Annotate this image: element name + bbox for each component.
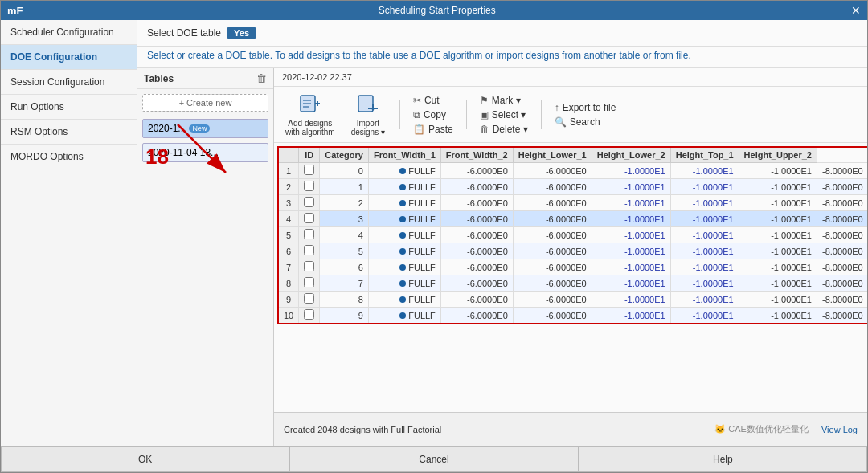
row-checkbox[interactable] xyxy=(299,259,320,275)
cut-copy-paste-group: ✂ Cut ⧉ Copy 📋 Paste xyxy=(410,94,457,136)
hl1-cell: -1.0000E1 xyxy=(592,179,670,195)
add-designs-button[interactable]: Add designswith algorithm xyxy=(280,90,340,139)
hl2-cell: -1.0000E1 xyxy=(670,275,739,292)
row-checkbox[interactable] xyxy=(299,195,320,211)
top-row: Select DOE table Yes xyxy=(137,20,867,47)
sidebar-item-mordo-options[interactable]: MORDO Options xyxy=(1,145,137,169)
cancel-button[interactable]: Cancel xyxy=(289,446,578,472)
bottom-panel: Created 2048 designs with Full Factorial… xyxy=(274,412,867,446)
sidebar-item-run-options[interactable]: Run Options xyxy=(1,95,137,120)
id-cell: 6 xyxy=(320,259,369,275)
date-label: 2020-12-02 22.37 xyxy=(274,68,867,87)
footer-buttons: OK Cancel Help xyxy=(1,446,867,472)
row-num: 1 xyxy=(278,163,299,179)
sidebar-item-rsm-options[interactable]: RSM Options xyxy=(1,120,137,145)
sidebar-item-doe-config[interactable]: DOE Configuration xyxy=(1,45,137,70)
hu2-cell: -8.0000E0 xyxy=(817,227,867,243)
select-icon: ▣ xyxy=(480,109,489,120)
sidebar-item-session-config[interactable]: Session Configuration xyxy=(1,70,137,95)
delete-button[interactable]: 🗑 Delete ▾ xyxy=(477,123,531,136)
fw2-cell: -6.0000E0 xyxy=(513,227,592,243)
ht1-cell: -1.0000E1 xyxy=(739,275,817,292)
close-button[interactable]: ✕ xyxy=(851,4,861,17)
table-row: 1 0 FULLF -6.0000E0 -6.0000E0 -1.0000E1 … xyxy=(278,163,867,179)
search-button[interactable]: 🔍 Search xyxy=(551,116,620,128)
id-cell: 8 xyxy=(320,292,369,308)
help-button[interactable]: Help xyxy=(579,446,867,472)
row-checkbox[interactable] xyxy=(299,243,320,259)
yes-badge[interactable]: Yes xyxy=(227,27,256,39)
data-table: ID Category Front_Width_1 Front_Width_2 … xyxy=(277,146,867,324)
row-checkbox[interactable] xyxy=(299,292,320,308)
hl1-cell: -1.0000E1 xyxy=(592,227,670,243)
hl1-cell: -1.0000E1 xyxy=(592,292,670,308)
view-log-link[interactable]: View Log xyxy=(821,425,858,434)
category-cell: FULLF xyxy=(368,308,440,324)
row-checkbox[interactable] xyxy=(299,308,320,324)
id-cell: 1 xyxy=(320,179,369,195)
fw1-cell: -6.0000E0 xyxy=(440,195,513,211)
category-cell: FULLF xyxy=(368,275,440,292)
fw1-cell: -6.0000E0 xyxy=(440,275,513,292)
id-cell: 9 xyxy=(320,308,369,324)
export-button[interactable]: ↑ Export to file xyxy=(551,101,620,114)
table-row: 8 7 FULLF -6.0000E0 -6.0000E0 -1.0000E1 … xyxy=(278,275,867,292)
fw1-cell: -6.0000E0 xyxy=(440,243,513,259)
col-header-checkbox xyxy=(278,147,299,163)
ok-button[interactable]: OK xyxy=(1,446,289,472)
category-cell: FULLF xyxy=(368,227,440,243)
delete-table-icon[interactable]: 🗑 xyxy=(256,72,267,84)
table-area: ID Category Front_Width_1 Front_Width_2 … xyxy=(274,143,867,412)
fw1-cell: -6.0000E0 xyxy=(440,227,513,243)
table-item-2[interactable]: 2020-11-04 13... xyxy=(142,143,268,162)
row-checkbox[interactable] xyxy=(299,211,320,227)
row-checkbox[interactable] xyxy=(299,179,320,195)
row-checkbox[interactable] xyxy=(299,227,320,243)
hu2-cell: -8.0000E0 xyxy=(817,179,867,195)
hl2-cell: -1.0000E1 xyxy=(670,308,739,324)
col-header-id: ID xyxy=(299,147,320,163)
fw1-cell: -6.0000E0 xyxy=(440,259,513,275)
ht1-cell: -1.0000E1 xyxy=(739,243,817,259)
hl2-cell: -1.0000E1 xyxy=(670,259,739,275)
mark-button[interactable]: ⚑ Mark ▾ xyxy=(477,94,531,107)
col-header-category: Category xyxy=(320,147,369,163)
row-checkbox[interactable] xyxy=(299,163,320,179)
id-cell: 7 xyxy=(320,275,369,292)
create-new-button[interactable]: + Create new xyxy=(142,94,268,112)
cut-button[interactable]: ✂ Cut xyxy=(410,94,457,107)
toolbar: Add designswith algorithm Importdesigns … xyxy=(274,87,867,143)
description-text: Select or create a DOE table. To add des… xyxy=(137,47,867,68)
row-num: 9 xyxy=(278,292,299,308)
select-button[interactable]: ▣ Select ▾ xyxy=(477,108,531,121)
fw2-cell: -6.0000E0 xyxy=(513,195,592,211)
hl2-cell: -1.0000E1 xyxy=(670,163,739,179)
search-icon: 🔍 xyxy=(555,116,567,128)
ht1-cell: -1.0000E1 xyxy=(739,292,817,308)
table-row: 7 6 FULLF -6.0000E0 -6.0000E0 -1.0000E1 … xyxy=(278,259,867,275)
bottom-message: Created 2048 designs with Full Factorial xyxy=(284,425,441,434)
row-num: 3 xyxy=(278,195,299,211)
hl2-cell: -1.0000E1 xyxy=(670,292,739,308)
row-checkbox[interactable] xyxy=(299,275,320,292)
table-item-1[interactable]: 2020-1... New xyxy=(142,119,268,138)
toolbar-divider-3 xyxy=(541,100,542,129)
hl1-cell: -1.0000E1 xyxy=(592,308,670,324)
fw2-cell: -6.0000E0 xyxy=(513,179,592,195)
fw1-cell: -6.0000E0 xyxy=(440,308,513,324)
table-header-row: ID Category Front_Width_1 Front_Width_2 … xyxy=(278,147,867,163)
hu2-cell: -8.0000E0 xyxy=(817,308,867,324)
copy-button[interactable]: ⧉ Copy xyxy=(410,108,457,121)
hl2-cell: -1.0000E1 xyxy=(670,179,739,195)
import-designs-button[interactable]: Importdesigns ▾ xyxy=(346,90,390,139)
title-bar-left: mF xyxy=(7,5,23,17)
hu2-cell: -8.0000E0 xyxy=(817,163,867,179)
hl1-cell: -1.0000E1 xyxy=(592,243,670,259)
sidebar: Scheduler Configuration DOE Configuratio… xyxy=(1,20,137,446)
paste-button[interactable]: 📋 Paste xyxy=(410,123,457,136)
sidebar-item-scheduler-config[interactable]: Scheduler Configuration xyxy=(1,20,137,45)
row-num: 6 xyxy=(278,243,299,259)
fw2-cell: -6.0000E0 xyxy=(513,243,592,259)
right-panel: Select DOE table Yes Select or create a … xyxy=(137,20,867,446)
row-num: 4 xyxy=(278,211,299,227)
